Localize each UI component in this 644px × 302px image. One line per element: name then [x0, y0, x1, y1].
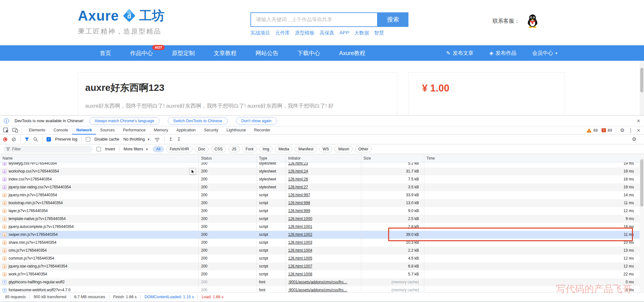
filter-chip[interactable]: Doc: [195, 146, 209, 152]
page-scroll-thumb[interactable]: [640, 68, 643, 92]
column-separator[interactable]: [286, 154, 286, 292]
devtools-tab[interactable]: Recorder: [250, 126, 274, 135]
filter-chip[interactable]: JS: [228, 146, 240, 152]
close-devtools-icon[interactable]: ×: [637, 128, 640, 133]
clear-icon[interactable]: ⊘: [11, 136, 16, 143]
column-header-time[interactable]: Time: [426, 154, 435, 162]
network-settings-gear-icon[interactable]: ⚙: [632, 137, 636, 142]
column-header-type[interactable]: Type: [259, 154, 267, 162]
request-initiator-link[interactable]: 126.html:1007: [288, 262, 358, 270]
request-initiator-link[interactable]: 126.html:999: [288, 207, 358, 215]
request-initiator-link[interactable]: 126.html:1003: [288, 239, 358, 247]
nav-action[interactable]: 发布文章: [446, 50, 473, 57]
infobar-button[interactable]: Don't show again: [236, 117, 277, 125]
nav-item[interactable]: 作品中心 HOT: [130, 49, 153, 57]
column-header-initiator[interactable]: Initiator: [288, 154, 300, 162]
request-initiator-link[interactable]: 126.html:26: [288, 175, 358, 183]
request-initiator-link[interactable]: 126.html:23: [288, 162, 358, 167]
nav-item[interactable]: 文章教程: [214, 49, 237, 57]
request-initiator-link[interactable]: 126.html:1004: [288, 247, 358, 255]
network-request-row[interactable]: share.min.js?v=1765440354 200 script 126…: [0, 239, 644, 247]
network-conditions-icon[interactable]: [154, 137, 160, 142]
device-toolbar-icon[interactable]: [12, 128, 18, 133]
nav-item[interactable]: 首页: [100, 49, 111, 57]
infobar-button[interactable]: Always match Chrome's language: [89, 117, 160, 125]
nav-item[interactable]: 下载中心: [297, 49, 320, 57]
hot-link[interactable]: 实战项目: [250, 30, 270, 36]
preserve-log-checkbox[interactable]: [47, 137, 51, 142]
request-initiator-link[interactable]: :9001/assets/addons/cms/css/fro…: [288, 278, 358, 286]
hot-link[interactable]: 原型模板: [295, 30, 315, 36]
network-request-row[interactable]: jquery.min.js?v=1765440354 200 script 12…: [0, 191, 644, 199]
gear-icon[interactable]: ⚙: [620, 128, 624, 133]
request-initiator-link[interactable]: 126.html:27: [288, 183, 358, 191]
devtools-tab[interactable]: Security: [200, 126, 222, 135]
column-header-name[interactable]: Name: [3, 154, 13, 162]
filter-chip[interactable]: WS: [319, 146, 332, 152]
request-initiator-link[interactable]: :9001/assets/addons/cms/css/fro…: [288, 286, 358, 292]
column-separator[interactable]: [256, 154, 257, 292]
request-initiator-link[interactable]: 126.html:1002: [288, 231, 358, 239]
devtools-tab[interactable]: Memory: [150, 126, 172, 135]
filter-chip[interactable]: Img: [259, 146, 273, 152]
request-initiator-link[interactable]: 126.html:24: [288, 167, 358, 175]
request-initiator-link[interactable]: 126.html:1001: [288, 223, 358, 231]
network-request-row[interactable]: jquery.autocomplete.js?v=1765440354 200 …: [0, 223, 644, 231]
nav-action[interactable]: 会员中心 ▾: [532, 50, 557, 57]
table-scroll-thumb[interactable]: [640, 159, 643, 207]
issues-badge[interactable]: ! 69: [602, 128, 612, 133]
devtools-tab[interactable]: Elements: [25, 126, 49, 135]
network-request-row[interactable]: template-native.js?v=1765440354 200 scri…: [0, 215, 644, 223]
site-logo[interactable]: Axure d 工坊 秉工匠精神，造原型精品: [78, 7, 165, 36]
request-initiator-link[interactable]: 126.html:1000: [288, 215, 358, 223]
hot-link[interactable]: 智慧: [374, 30, 384, 36]
hot-link[interactable]: 高保真: [320, 30, 335, 36]
network-request-row[interactable]: wysiwyg.css?v=1765440354 200 stylesheet …: [0, 162, 644, 167]
network-request-row[interactable]: swiper.min.js?v=1765440354 200 script 12…: [0, 231, 644, 239]
infobar-close-icon[interactable]: ×: [637, 118, 640, 124]
filter-chip[interactable]: Manifest: [295, 146, 317, 152]
throttling-dropdown[interactable]: No throttling ▼: [123, 137, 150, 142]
network-request-row[interactable]: index.css?v=1765440354 200 stylesheet 12…: [0, 175, 644, 183]
filter-chip[interactable]: Fetch/XHR: [166, 146, 193, 152]
devtools-tab[interactable]: Sources: [96, 126, 119, 135]
filter-chip[interactable]: Font: [242, 146, 257, 152]
inspect-icon[interactable]: [3, 128, 9, 133]
column-separator[interactable]: [361, 154, 361, 292]
network-request-row[interactable]: glyphicons-halflings-regular.woff2 200 f…: [0, 278, 644, 286]
infobar-button[interactable]: Switch DevTools to Chinese: [168, 117, 228, 125]
network-request-row[interactable]: jquery.star-rating.js?r=1765440354 200 s…: [0, 262, 644, 270]
filter-chip[interactable]: Wasm: [335, 146, 353, 152]
devtools-tab[interactable]: Network: [72, 126, 96, 135]
network-request-row[interactable]: cms.js?v=1765440354 200 script 126.html:…: [0, 247, 644, 255]
column-header-size[interactable]: Size: [363, 154, 371, 162]
hot-link[interactable]: APP: [339, 30, 349, 36]
filter-input[interactable]: [12, 147, 82, 151]
column-separator[interactable]: [199, 154, 199, 292]
nav-item[interactable]: Axure教程: [339, 49, 365, 57]
filter-chip[interactable]: All: [153, 146, 164, 152]
request-initiator-link[interactable]: 126.html:998: [288, 199, 358, 207]
invert-checkbox[interactable]: [97, 147, 101, 151]
record-icon[interactable]: [3, 137, 7, 142]
qq-penguin-icon[interactable]: [527, 14, 539, 28]
nav-action[interactable]: 发布作品: [489, 50, 516, 57]
network-request-row[interactable]: work.js?r=1765440354 200 script 126.html…: [0, 270, 644, 278]
search-icon[interactable]: [33, 137, 38, 142]
page-scrollbar[interactable]: [640, 61, 644, 115]
network-request-row[interactable]: layer.js?v=1765440354 200 script 126.htm…: [0, 207, 644, 215]
network-request-row[interactable]: jquery.star-rating.css?v=1765440354 200 …: [0, 183, 644, 191]
export-har-icon[interactable]: ↧: [177, 136, 181, 142]
filter-chip[interactable]: Media: [275, 146, 293, 152]
network-request-row[interactable]: common.js?v=1765440354 200 script 126.ht…: [0, 255, 644, 262]
devtools-tab[interactable]: Application: [172, 126, 200, 135]
nav-item[interactable]: 网站公告: [256, 49, 278, 57]
filter-chip[interactable]: Other: [355, 146, 372, 152]
kebab-menu-icon[interactable]: ⋮: [628, 128, 633, 133]
hot-link[interactable]: 大数据: [354, 30, 369, 36]
request-initiator-link[interactable]: 126.html:1008: [288, 270, 358, 278]
nav-item[interactable]: 原型定制: [172, 49, 195, 57]
warnings-badge[interactable]: ! 68: [586, 128, 598, 133]
search-button[interactable]: 搜索: [378, 12, 408, 27]
column-header-status[interactable]: Status: [201, 154, 212, 162]
